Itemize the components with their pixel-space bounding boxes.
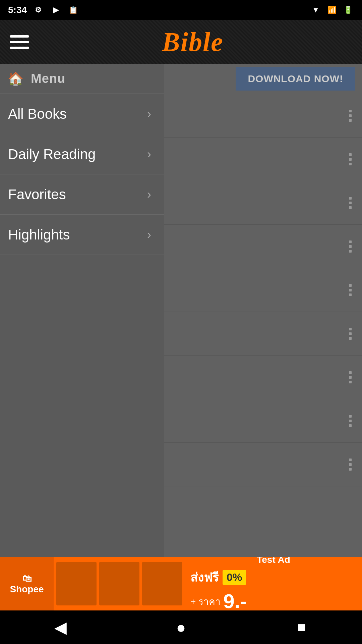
- ad-image-2: [99, 562, 139, 605]
- sidebar-item-label-daily-reading: Daily Reading: [8, 146, 96, 162]
- sidebar-item-label-all-books: All Books: [8, 106, 67, 122]
- back-button[interactable]: ◀: [47, 614, 74, 641]
- chevron-right-icon-4: ›: [142, 228, 156, 241]
- more-options-icon[interactable]: [345, 369, 355, 386]
- more-options-icon[interactable]: [345, 238, 355, 255]
- right-content: DOWNLOAD NOW!: [164, 64, 362, 557]
- ad-logo-text: 🛍Shopee: [10, 573, 44, 595]
- list-item[interactable]: [164, 94, 362, 138]
- chevron-right-icon: ›: [142, 107, 156, 121]
- chevron-right-icon-3: ›: [142, 188, 156, 201]
- list-items: [164, 94, 362, 557]
- more-options-icon[interactable]: [345, 107, 355, 124]
- sidebar-item-label-favorites: Favorites: [8, 186, 66, 203]
- more-options-icon[interactable]: [345, 325, 355, 342]
- more-options-icon[interactable]: [345, 151, 355, 168]
- settings-icon: ⚙: [32, 5, 44, 15]
- download-button[interactable]: DOWNLOAD NOW!: [236, 67, 355, 91]
- ad-thai-text: ส่งฟรี: [190, 568, 219, 587]
- list-item[interactable]: [164, 225, 362, 268]
- more-options-icon[interactable]: [345, 195, 355, 211]
- sidebar-item-favorites[interactable]: Favorites ›: [0, 174, 164, 215]
- ad-image-1: [56, 562, 97, 605]
- sidebar-menu: 🏠 Menu All Books › Daily Reading › Favor…: [0, 64, 164, 557]
- app-title: Bible: [34, 27, 352, 57]
- sidebar-item-label-highlights: Highlights: [8, 227, 70, 243]
- download-area: DOWNLOAD NOW!: [164, 64, 362, 94]
- list-item[interactable]: [164, 399, 362, 443]
- wifi-icon: ▼: [310, 5, 322, 15]
- list-item[interactable]: [164, 138, 362, 181]
- sidebar-item-all-books[interactable]: All Books ›: [0, 94, 164, 134]
- list-item[interactable]: [164, 356, 362, 399]
- ad-text-area: Test Ad ส่งฟรี 0% + ราคา 9.-: [185, 557, 362, 610]
- status-time: 5:34: [8, 5, 27, 15]
- home-nav-button[interactable]: ●: [168, 614, 194, 641]
- nav-bar: ◀ ● ■: [0, 610, 362, 644]
- ad-price-value: 9.-: [223, 590, 247, 610]
- signal-icon: 📶: [326, 5, 338, 15]
- sidebar-item-daily-reading[interactable]: Daily Reading ›: [0, 134, 164, 174]
- app-header: Bible: [0, 20, 362, 64]
- ad-price-prefix: + ราคา: [190, 594, 221, 609]
- list-item[interactable]: [164, 181, 362, 225]
- sidebar-item-highlights[interactable]: Highlights ›: [0, 215, 164, 255]
- play-icon: ▶: [50, 5, 62, 15]
- ad-banner[interactable]: 🛍Shopee Test Ad ส่งฟรี 0% + ราคา 9.-: [0, 557, 362, 610]
- ad-inner: 🛍Shopee Test Ad ส่งฟรี 0% + ราคา 9.-: [0, 557, 362, 610]
- recent-apps-button[interactable]: ■: [288, 614, 315, 641]
- ad-images: [54, 559, 185, 608]
- clipboard-icon: 📋: [67, 5, 79, 15]
- status-left: 5:34 ⚙ ▶ 📋: [8, 5, 79, 15]
- battery-icon: 🔋: [342, 5, 354, 15]
- main-content: 🏠 Menu All Books › Daily Reading › Favor…: [0, 64, 362, 557]
- menu-title: Menu: [31, 71, 65, 86]
- chevron-right-icon-2: ›: [142, 148, 156, 161]
- hamburger-button[interactable]: [10, 30, 34, 54]
- menu-header: 🏠 Menu: [0, 64, 164, 94]
- status-bar: 5:34 ⚙ ▶ 📋 ▼ 📶 🔋: [0, 0, 362, 20]
- list-item[interactable]: [164, 443, 362, 486]
- list-item[interactable]: [164, 268, 362, 312]
- more-options-icon[interactable]: [345, 413, 355, 429]
- status-right: ▼ 📶 🔋: [310, 5, 354, 15]
- more-options-icon[interactable]: [345, 456, 355, 473]
- home-icon[interactable]: 🏠: [7, 70, 24, 88]
- more-options-icon[interactable]: [345, 282, 355, 299]
- ad-logo: 🛍Shopee: [0, 557, 54, 610]
- list-item[interactable]: [164, 312, 362, 356]
- ad-price-badge: 0%: [223, 570, 246, 585]
- ad-test-label: Test Ad: [190, 557, 357, 565]
- ad-image-3: [142, 562, 182, 605]
